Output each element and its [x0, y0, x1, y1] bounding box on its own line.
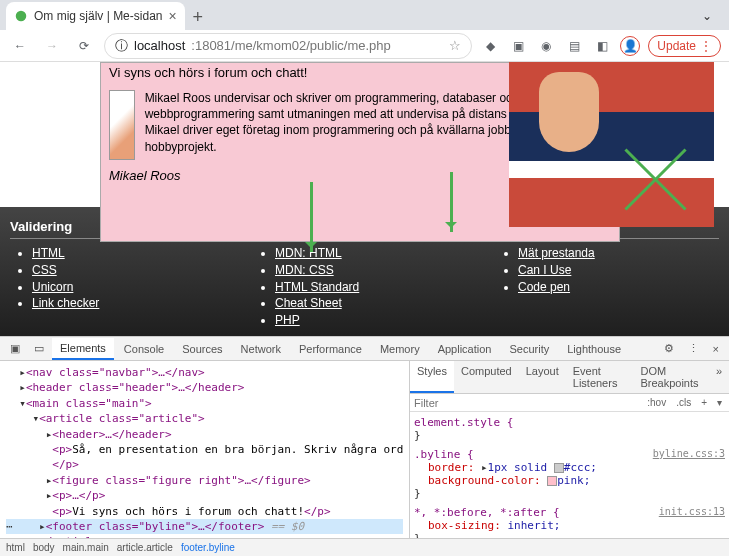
extension-icon[interactable]: ▣ — [508, 36, 528, 56]
tab-title: Om mig själv | Me-sidan — [34, 9, 162, 23]
extension-icon[interactable]: ◧ — [592, 36, 612, 56]
footer-link[interactable]: Can I Use — [518, 262, 719, 279]
star-icon[interactable]: ☆ — [449, 38, 461, 53]
tab-network[interactable]: Network — [233, 339, 289, 359]
layout-tab[interactable]: Layout — [519, 361, 566, 393]
tab-bar: Om mig själv | Me-sidan × + ⌄ — [0, 0, 729, 30]
gear-icon[interactable]: ⚙ — [658, 338, 680, 359]
computed-tab[interactable]: Computed — [454, 361, 519, 393]
crumb[interactable]: html — [6, 542, 25, 553]
crumb[interactable]: footer.byline — [181, 542, 235, 553]
more-icon[interactable]: » — [709, 361, 729, 393]
selected-node: ⋯ ▸<footer class="byline">…</footer> == … — [6, 519, 403, 534]
footer-link[interactable]: Mät prestanda — [518, 245, 719, 262]
browser-tab[interactable]: Om mig själv | Me-sidan × — [6, 2, 185, 30]
footer-link[interactable]: Unicorn — [32, 279, 233, 296]
cls-toggle[interactable]: .cls — [673, 396, 694, 409]
crumb[interactable]: article.article — [117, 542, 173, 553]
footer-link[interactable]: PHP — [275, 312, 476, 329]
tab-security[interactable]: Security — [501, 339, 557, 359]
filter-input[interactable] — [414, 397, 640, 409]
footer-link[interactable]: HTML Standard — [275, 279, 476, 296]
styles-tab[interactable]: Styles — [410, 361, 454, 393]
extension-icon[interactable]: ◆ — [480, 36, 500, 56]
browser-toolbar: ← → ⟳ ⓘ localhost:18081/me/kmom02/public… — [0, 30, 729, 62]
reload-button[interactable]: ⟳ — [72, 34, 96, 58]
styles-pane: Styles Computed Layout Event Listeners D… — [409, 361, 729, 538]
footer-link[interactable]: MDN: CSS — [275, 262, 476, 279]
close-icon[interactable]: × — [707, 339, 725, 359]
tab-memory[interactable]: Memory — [372, 339, 428, 359]
breadcrumb: html body main.main article.article foot… — [0, 538, 729, 556]
eventlisteners-tab[interactable]: Event Listeners — [566, 361, 634, 393]
tab-elements[interactable]: Elements — [52, 338, 114, 360]
device-icon[interactable]: ▭ — [28, 338, 50, 359]
devtools-tabs: ▣ ▭ Elements Console Sources Network Per… — [0, 337, 729, 361]
footer-link[interactable]: Link checker — [32, 295, 233, 312]
info-icon: ⓘ — [115, 37, 128, 55]
figure-photo: Mikael Roos pratar gärna med ankan. — [509, 62, 714, 227]
url-path: :18081/me/kmom02/public/me.php — [191, 38, 390, 53]
window-minimize-icon[interactable]: ⌄ — [685, 2, 729, 30]
new-rule-button[interactable]: + — [698, 396, 710, 409]
close-icon[interactable]: × — [168, 8, 176, 24]
footer-link[interactable]: CSS — [32, 262, 233, 279]
extension-icon[interactable]: ◉ — [536, 36, 556, 56]
devtools: ▣ ▭ Elements Console Sources Network Per… — [0, 336, 729, 556]
more-icon[interactable]: ▾ — [714, 396, 725, 409]
url-host: localhost — [134, 38, 185, 53]
tab-sources[interactable]: Sources — [174, 339, 230, 359]
footer-link[interactable]: HTML — [32, 245, 233, 262]
more-icon[interactable]: ⋮ — [682, 338, 705, 359]
dom-tree[interactable]: ▸<nav class="navbar">…</nav> ▸<header cl… — [0, 361, 409, 538]
back-button[interactable]: ← — [8, 34, 32, 58]
tab-console[interactable]: Console — [116, 339, 172, 359]
globe-icon — [14, 9, 28, 23]
extension-icon[interactable]: ▤ — [564, 36, 584, 56]
annotation-x-icon — [624, 137, 684, 197]
update-button[interactable]: Update⋮ — [648, 35, 721, 57]
annotation-arrow-icon — [310, 182, 313, 252]
svg-point-0 — [16, 11, 27, 22]
page-viewport: Vi syns och hörs i forum och chatt! Mika… — [0, 62, 729, 336]
avatar — [109, 90, 135, 160]
tab-performance[interactable]: Performance — [291, 339, 370, 359]
footer-link[interactable]: Cheat Sheet — [275, 295, 476, 312]
dombreakpoints-tab[interactable]: DOM Breakpoints — [633, 361, 708, 393]
footer-link[interactable]: Code pen — [518, 279, 719, 296]
crumb[interactable]: main.main — [63, 542, 109, 553]
profile-icon[interactable]: 👤 — [620, 36, 640, 56]
css-rules[interactable]: element.style {} byline.css:3 .byline { … — [410, 412, 729, 538]
crumb[interactable]: body — [33, 542, 55, 553]
inspect-icon[interactable]: ▣ — [4, 338, 26, 359]
new-tab-button[interactable]: + — [185, 4, 211, 30]
forward-button[interactable]: → — [40, 34, 64, 58]
hov-toggle[interactable]: :hov — [644, 396, 669, 409]
tab-lighthouse[interactable]: Lighthouse — [559, 339, 629, 359]
annotation-arrow-icon — [450, 172, 453, 232]
address-bar[interactable]: ⓘ localhost:18081/me/kmom02/public/me.ph… — [104, 33, 472, 59]
tab-application[interactable]: Application — [430, 339, 500, 359]
